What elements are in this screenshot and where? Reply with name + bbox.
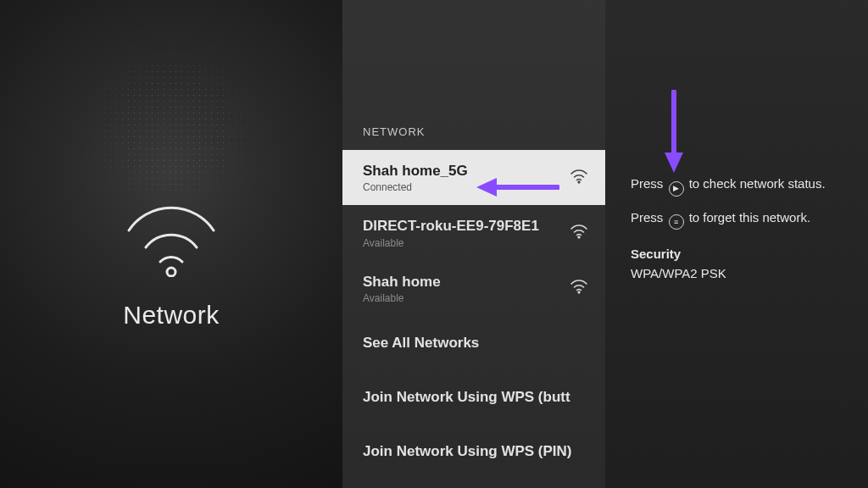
hint-check-status: Press ▶ to check network status. bbox=[631, 175, 846, 197]
network-item[interactable]: Shah home Available bbox=[342, 261, 605, 316]
join-wps-button[interactable]: Join Network Using WPS (butt bbox=[342, 370, 605, 424]
svg-point-3 bbox=[578, 291, 580, 293]
hint-text: Press bbox=[631, 176, 663, 191]
network-name: Shah home_5G bbox=[363, 162, 468, 180]
hint-text: Press bbox=[631, 210, 663, 225]
wifi-signal-icon bbox=[570, 224, 588, 242]
hint-text: to check network status. bbox=[689, 176, 826, 191]
network-name: Shah home bbox=[363, 273, 441, 291]
network-status: Connected bbox=[363, 181, 468, 193]
wifi-icon bbox=[116, 201, 226, 277]
svg-point-0 bbox=[167, 268, 175, 276]
svg-marker-7 bbox=[665, 152, 683, 173]
network-item-selected[interactable]: Shah home_5G Connected bbox=[342, 150, 605, 205]
see-all-networks[interactable]: See All Networks bbox=[342, 316, 605, 370]
network-status: Available bbox=[363, 292, 441, 304]
annotation-arrow-vertical bbox=[661, 90, 687, 175]
svg-point-2 bbox=[578, 236, 580, 238]
menu-button-icon: ≡ bbox=[669, 214, 684, 230]
security-value: WPA/WPA2 PSK bbox=[631, 264, 846, 282]
join-wps-pin[interactable]: Join Network Using WPS (PIN) bbox=[342, 424, 605, 479]
hint-forget-network: Press ≡ to forget this network. bbox=[631, 208, 846, 230]
decorative-dots bbox=[78, 51, 264, 203]
network-name: DIRECT-roku-EE9-79F8E1 bbox=[363, 217, 539, 235]
network-status: Available bbox=[363, 237, 539, 249]
hint-text: to forget this network. bbox=[689, 210, 810, 225]
wifi-signal-icon bbox=[570, 279, 588, 297]
play-button-icon: ▶ bbox=[669, 181, 684, 197]
wifi-illustration bbox=[116, 201, 226, 277]
category-panel: Network bbox=[0, 0, 342, 488]
details-panel: Press ▶ to check network status. Press ≡… bbox=[605, 0, 868, 488]
network-list-panel: NETWORK Shah home_5G Connected DIRECT-ro… bbox=[342, 0, 605, 488]
security-label: Security bbox=[631, 245, 846, 263]
network-item[interactable]: DIRECT-roku-EE9-79F8E1 Available bbox=[342, 205, 605, 260]
category-title: Network bbox=[123, 301, 220, 330]
section-header: NETWORK bbox=[342, 0, 605, 150]
svg-point-1 bbox=[578, 180, 580, 182]
wifi-signal-icon bbox=[570, 169, 588, 187]
